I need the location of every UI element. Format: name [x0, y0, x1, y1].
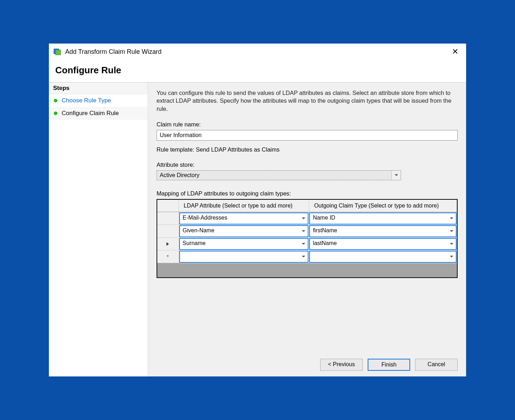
row-indicator[interactable] [157, 212, 179, 225]
row-indicator-new[interactable]: * [157, 250, 179, 263]
window-title: Add Transform Claim Rule Wizard [65, 48, 448, 56]
ldap-attribute-cell[interactable]: E-Mail-Addresses [179, 212, 309, 225]
wizard-footer: < Previous Finish Cancel [320, 359, 458, 371]
table-row-new: * [157, 250, 457, 263]
wizard-icon [53, 47, 62, 56]
outgoing-claim-cell[interactable]: firstName [309, 225, 456, 237]
wizard-window: Add Transform Claim Rule Wizard ✕ Config… [49, 43, 466, 377]
step-choose-rule-type[interactable]: Choose Rule Type [49, 94, 148, 107]
grid-col-outgoing-claim[interactable]: Outgoing Claim Type (Select or type to a… [309, 200, 457, 212]
chevron-down-icon [447, 251, 456, 262]
chevron-down-icon [447, 239, 456, 249]
steps-sidebar: Steps Choose Rule Type Configure Claim R… [49, 83, 148, 376]
step-label: Choose Rule Type [62, 97, 111, 104]
ldap-attribute-cell[interactable] [179, 251, 309, 263]
attribute-store-value: Active Directory [157, 171, 391, 180]
row-indicator[interactable] [157, 225, 179, 238]
step-active-icon [54, 112, 57, 115]
outgoing-claim-cell[interactable]: lastName [309, 238, 456, 250]
previous-button[interactable]: < Previous [320, 359, 363, 371]
chevron-down-icon [447, 226, 456, 237]
current-row-icon [166, 242, 169, 246]
chevron-down-icon [299, 226, 308, 237]
close-icon[interactable]: ✕ [448, 46, 462, 57]
heading-area: Configure Rule [49, 60, 466, 83]
outgoing-claim-cell[interactable] [309, 251, 456, 263]
cancel-button[interactable]: Cancel [415, 359, 458, 371]
mapping-grid: LDAP Attribute (Select or type to add mo… [157, 199, 458, 278]
table-row: Surname lastName [157, 238, 457, 250]
ldap-attribute-cell[interactable]: Surname [179, 238, 309, 250]
chevron-down-icon [299, 251, 308, 262]
grid-rowheader-blank [157, 200, 179, 212]
chevron-down-icon [391, 171, 401, 180]
chevron-down-icon [447, 213, 456, 224]
content-panel: You can configure this rule to send the … [148, 83, 466, 376]
rule-description: You can configure this rule to send the … [157, 89, 458, 113]
grid-col-ldap-attribute[interactable]: LDAP Attribute (Select or type to add mo… [179, 200, 309, 212]
attribute-store-label: Attribute store: [157, 161, 458, 168]
outgoing-claim-cell[interactable]: Name ID [309, 212, 456, 225]
mapping-label: Mapping of LDAP attributes to outgoing c… [157, 190, 458, 197]
claim-rule-name-input[interactable] [157, 130, 458, 141]
titlebar: Add Transform Claim Rule Wizard ✕ [49, 44, 466, 60]
sidebar-header: Steps [49, 83, 148, 94]
finish-button[interactable]: Finish [368, 359, 410, 371]
svg-rect-1 [56, 50, 61, 55]
claim-rule-name-label: Claim rule name: [157, 121, 458, 128]
step-label: Configure Claim Rule [62, 110, 119, 117]
rule-template-text: Rule template: Send LDAP Attributes as C… [157, 146, 458, 153]
chevron-down-icon [299, 239, 308, 249]
row-indicator-current[interactable] [157, 238, 179, 250]
page-title: Configure Rule [55, 65, 460, 76]
attribute-store-dropdown[interactable]: Active Directory [157, 170, 401, 180]
ldap-attribute-cell[interactable]: Given-Name [179, 225, 309, 237]
chevron-down-icon [299, 213, 308, 224]
table-row: Given-Name firstName [157, 225, 457, 238]
table-row: E-Mail-Addresses Name ID [157, 212, 457, 225]
step-complete-icon [54, 99, 57, 102]
step-configure-claim-rule[interactable]: Configure Claim Rule [49, 107, 148, 120]
